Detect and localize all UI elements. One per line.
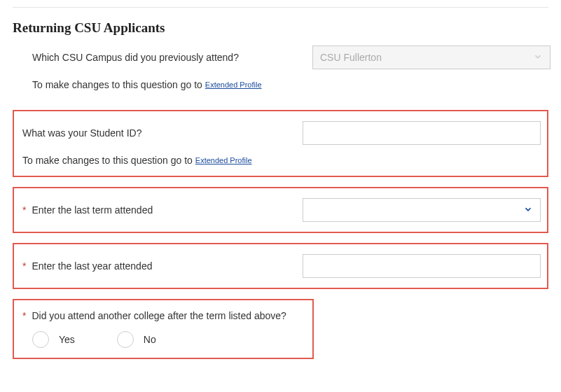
other-college-yes-label: Yes (59, 334, 75, 345)
other-college-question: Did you attend another college after the… (32, 310, 286, 321)
other-college-no-radio[interactable] (117, 331, 134, 348)
section-title: Returning CSU Applicants (13, 20, 561, 36)
campus-goto-text: To make changes to this question go to (32, 79, 202, 90)
required-icon: * (22, 310, 26, 321)
top-divider (13, 7, 548, 8)
required-icon: * (22, 204, 26, 216)
last-term-group: * Enter the last term attended (13, 187, 548, 233)
student-id-extended-profile-link[interactable]: Extended Profile (195, 156, 252, 164)
chevron-down-icon (533, 52, 543, 64)
last-year-label: Enter the last year attended (32, 260, 152, 272)
campus-label: Which CSU Campus did you previously atte… (32, 52, 239, 63)
other-college-group: * Did you attend another college after t… (13, 299, 314, 359)
chevron-down-icon (523, 204, 533, 216)
other-college-no-label: No (144, 334, 156, 345)
last-term-select[interactable] (303, 198, 541, 222)
campus-extended-profile-link[interactable]: Extended Profile (205, 80, 262, 89)
student-id-label: What was your Student ID? (22, 127, 141, 139)
last-year-input[interactable] (303, 254, 541, 278)
required-icon: * (22, 260, 26, 272)
last-term-label: Enter the last term attended (32, 204, 153, 216)
student-id-input[interactable] (303, 121, 541, 145)
student-id-goto-text: To make changes to this question go to (22, 155, 193, 166)
campus-value: CSU Fullerton (320, 52, 382, 63)
last-year-group: * Enter the last year attended (13, 243, 548, 289)
campus-group: Which CSU Campus did you previously atte… (13, 46, 548, 100)
campus-select: CSU Fullerton (312, 46, 550, 69)
other-college-yes-radio[interactable] (32, 331, 49, 348)
student-id-group: What was your Student ID? To make change… (13, 110, 548, 177)
